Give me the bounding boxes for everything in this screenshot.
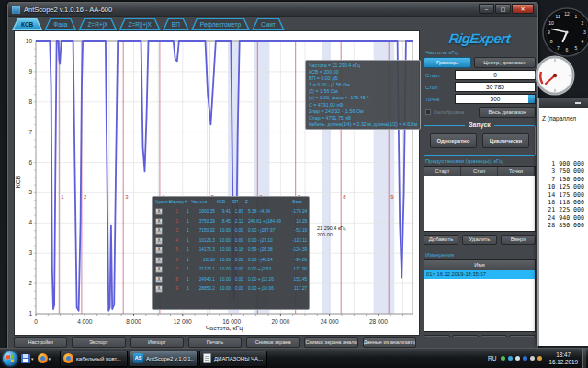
delete-marker-button[interactable]: X xyxy=(155,237,163,245)
run-single-button[interactable]: Однократно xyxy=(430,133,477,148)
taskbar-task[interactable]: ДИАПАЗОНЫ ЧА... xyxy=(199,351,267,367)
marker-phase: -123.11 xyxy=(292,236,309,246)
marker-z: 0.59 - j26.38 xyxy=(245,246,292,255)
marker-rl: 0.00 xyxy=(232,236,245,246)
marker-rl: 1.83 xyxy=(232,207,245,216)
presets-table: СтартСтопТочки xyxy=(424,166,536,232)
svg-text:11: 11 xyxy=(556,14,560,19)
volume-icon[interactable] xyxy=(530,356,535,361)
start-button[interactable] xyxy=(3,351,17,366)
delete-marker-button[interactable]: X xyxy=(155,208,163,215)
cursor-frequency: 21 290.4 кГц xyxy=(317,225,345,232)
tab-label: КСВ xyxy=(14,19,40,29)
preset-удалить-button[interactable]: Удалить xyxy=(462,235,497,245)
measurement-сохранить-button[interactable]: Сохранить xyxy=(452,335,479,337)
action-center-icon[interactable] xyxy=(537,356,542,361)
task-label: кабельный повт... xyxy=(76,356,121,362)
save-quicklaunch-icon[interactable] xyxy=(21,354,30,363)
run-group-title: Запуск xyxy=(465,121,494,128)
taskbar-task[interactable]: кабельный повт... xyxy=(60,351,128,367)
network-icon[interactable] xyxy=(515,356,520,361)
center-span-button[interactable]: Центр, диапазон xyxy=(474,57,536,68)
frequency-value: 14 175 000 xyxy=(539,191,584,199)
measurement-row[interactable]: 01> 16.12.2019-18:35:57 xyxy=(424,270,535,279)
marker-id: 3 xyxy=(169,226,185,236)
measurement-очистить-button[interactable]: Очистить xyxy=(509,335,536,337)
delete-marker-button[interactable]: X xyxy=(155,227,163,235)
toolbar-button[interactable]: Экспорт xyxy=(72,337,125,348)
delete-marker-button[interactable]: X xyxy=(155,266,163,273)
marker-table-header: Частота xyxy=(191,199,217,206)
tab-smith[interactable]: Смит xyxy=(252,18,285,30)
toolbar-button[interactable]: Снимок экрана xyxy=(246,337,300,348)
marker-phase: 171.90 xyxy=(292,265,309,274)
run-cyclic-button[interactable]: Циклически xyxy=(482,133,529,148)
tab-label: Z=R||+jX xyxy=(120,19,158,29)
delete-marker-button[interactable]: X xyxy=(155,257,163,264)
presets-table-body[interactable] xyxy=(424,176,535,231)
svg-text:12: 12 xyxy=(564,11,570,17)
tab-phase[interactable]: Фаза xyxy=(44,18,76,30)
bottom-toolbar: НастройкиЭкспортИмпортПечатьСнимок экран… xyxy=(14,337,416,348)
taskbar-clock[interactable]: 18:47 16.12.2019 xyxy=(548,351,578,365)
limits-button[interactable]: Границы xyxy=(424,57,471,68)
windows-logo-icon xyxy=(6,354,14,362)
document-window[interactable]: Z (параллел 1 900 0003 750 0007 150 0001… xyxy=(537,98,588,346)
tab-ksv[interactable]: КСВ xyxy=(12,18,42,30)
marker-phase: -94.86 xyxy=(292,256,309,265)
delete-marker-button[interactable]: X xyxy=(155,218,163,225)
firefox-quicklaunch-icon[interactable] xyxy=(38,353,48,363)
calibration-checkbox[interactable] xyxy=(425,109,431,115)
antivirus-icon[interactable] xyxy=(501,356,505,361)
show-desktop-button[interactable] xyxy=(582,349,586,368)
tab-reflectometer[interactable]: Рефлектометр xyxy=(191,18,250,30)
toolbar-button[interactable]: Снимок экрана анализатора xyxy=(304,337,357,348)
task-label: ДИАПАЗОНЫ ЧА... xyxy=(214,356,263,362)
tab-rl[interactable]: ВП xyxy=(163,18,189,30)
delete-marker-button[interactable]: X xyxy=(155,285,163,293)
toolbar-button[interactable]: Настройки xyxy=(14,337,67,348)
update-icon[interactable] xyxy=(508,356,513,361)
close-button[interactable]: ✕ xyxy=(512,4,534,14)
measurements-header: Имя xyxy=(424,260,535,270)
delete-marker-button[interactable]: X xyxy=(155,247,163,254)
maximize-button[interactable]: ▢ xyxy=(495,4,511,14)
language-indicator[interactable]: RU xyxy=(488,355,496,362)
marker-z: 0.00 - j46.24 xyxy=(245,256,292,265)
preset-вверх-button[interactable]: Вверх xyxy=(501,235,536,245)
points-combo[interactable]: 500 xyxy=(455,94,536,104)
tab-z-parallel[interactable]: Z=R||+jX xyxy=(119,18,160,30)
svg-text:10: 10 xyxy=(548,20,554,26)
chevron-down-icon: ▾ xyxy=(49,356,51,362)
gauge-gadget[interactable] xyxy=(533,53,581,99)
start-input[interactable]: 0 xyxy=(455,70,536,80)
tooltip-line: Z = 0.00 - j1.56 Ом xyxy=(309,82,417,88)
marker-id: 5 xyxy=(169,246,185,255)
stop-input[interactable]: 30 785 xyxy=(455,82,536,92)
measurement-удалить-button[interactable]: Удалить xyxy=(481,335,507,337)
firefox-icon xyxy=(63,353,74,363)
y-tick-label: 1 xyxy=(28,310,32,316)
marker-rl: 0.00 xyxy=(232,265,245,274)
preset-добавить-button[interactable]: Добавить xyxy=(424,235,458,245)
taskbar-task[interactable]: ASAntScope2 v.1.0.1... xyxy=(130,351,198,367)
measurements-list[interactable]: 01> 16.12.2019-18:35:57 xyxy=(424,270,535,331)
minimize-button[interactable]: – xyxy=(479,4,494,14)
minimize-icon[interactable] xyxy=(575,102,581,104)
document-title-bar[interactable] xyxy=(539,98,588,108)
bluetooth-icon[interactable] xyxy=(523,356,527,361)
toolbar-button[interactable]: Печать xyxy=(188,337,242,348)
clock-gadget[interactable]: 121234567891011 xyxy=(540,6,588,58)
frequency-value: 21 225 000 xyxy=(539,206,584,213)
swr-chart[interactable]: 12345678904 0008 00012 00016 00020 00024… xyxy=(14,30,420,336)
title-bar[interactable]: AntScope2 v.1.0.16 - AA-600 –▢✕ xyxy=(8,3,537,17)
taskbar: ▾ ▾ кабельный повт...ASAntScope2 v.1.0.1… xyxy=(0,348,588,368)
delete-marker-button[interactable]: X xyxy=(155,276,163,283)
presets-label: Предустановки (границы), кГц xyxy=(425,158,536,164)
toolbar-button[interactable]: Данные из анализатора xyxy=(363,337,416,348)
measurement-открыть-button[interactable]: Открыть xyxy=(424,335,450,337)
toolbar-button[interactable]: Импорт xyxy=(130,337,184,348)
tab-z-series[interactable]: Z=R+jX xyxy=(78,18,117,30)
full-range-button[interactable]: Весь диапазон xyxy=(479,107,536,118)
marker-number: 1 xyxy=(61,194,64,200)
